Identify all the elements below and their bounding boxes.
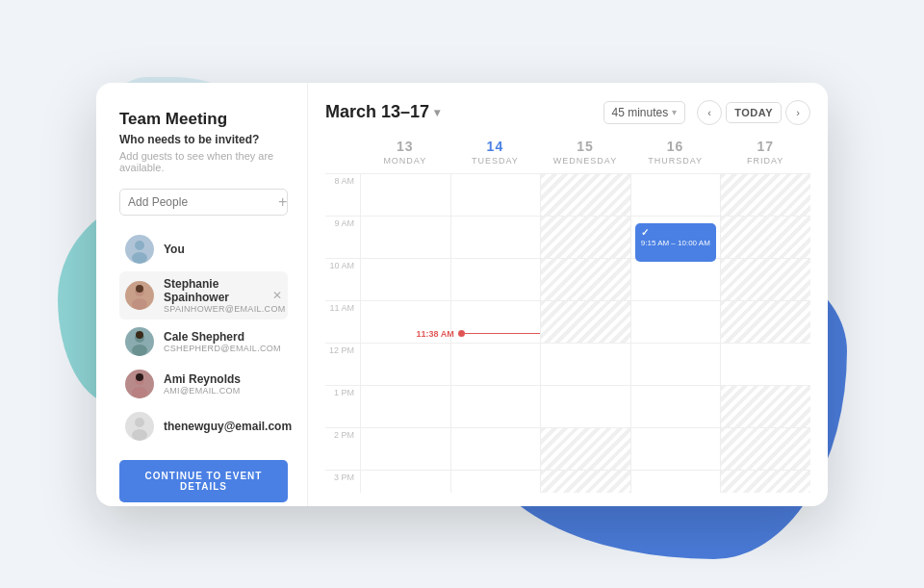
time-gutter: [325, 139, 360, 169]
list-item: thenewguy@email.com: [119, 406, 288, 447]
main-card: Team Meeting Who needs to be invited? Ad…: [96, 83, 828, 506]
day-header-tuesday: 14 TUESDAY: [450, 139, 541, 169]
person-info: You: [164, 243, 185, 256]
avatar: [125, 412, 154, 441]
next-button[interactable]: ›: [785, 100, 810, 125]
day-number: 17: [720, 139, 810, 154]
person-info: Ami Reynolds AMI@EMAIL.COM: [164, 372, 241, 396]
svg-point-0: [135, 241, 144, 250]
chevron-down-icon: ▾: [672, 107, 677, 117]
person-name: Cale Shepherd: [164, 330, 281, 344]
svg-point-7: [136, 331, 143, 339]
day-number: 14: [450, 139, 541, 154]
time-slot: 10 AM: [325, 258, 360, 300]
add-people-input[interactable]: [128, 195, 272, 209]
person-info: Stephanie Spainhower SPAINHOWER@EMAIL.CO…: [164, 277, 285, 314]
list-item: You: [119, 229, 288, 269]
calendar-title-text: March 13–17: [325, 102, 429, 122]
day-column-friday: [720, 173, 810, 493]
time-slot: 2 PM: [325, 427, 360, 470]
invite-hint: Add guests to see when they are availabl…: [119, 150, 288, 173]
calendar-title: March 13–17 ▾: [325, 102, 440, 122]
day-number: 13: [360, 139, 450, 154]
add-people-row[interactable]: +: [119, 189, 288, 216]
time-slot: 12 PM: [325, 343, 360, 385]
left-panel: Team Meeting Who needs to be invited? Ad…: [96, 83, 308, 506]
person-name: thenewguy@email.com: [164, 420, 292, 433]
check-icon: ✓: [641, 227, 711, 238]
day-number: 15: [540, 139, 630, 154]
day-header-thursday: 16 THURSDAY: [630, 139, 721, 169]
continue-button[interactable]: CONTINUE TO EVENT DETAILS: [119, 460, 288, 502]
calendar-nav: ‹ TODAY ›: [697, 100, 810, 125]
avatar: [125, 281, 154, 310]
calendar-header: March 13–17 ▾ 45 minutes ▾ ‹ TODAY ›: [325, 100, 810, 125]
day-header-wednesday: 15 WEDNESDAY: [540, 139, 630, 169]
day-column-tuesday: 11:38 AM: [450, 173, 541, 493]
duration-selector[interactable]: 45 minutes ▾: [603, 101, 686, 124]
remove-person-button[interactable]: ✕: [272, 289, 282, 302]
meeting-title: Team Meeting: [119, 110, 288, 129]
day-name: WEDNESDAY: [553, 156, 617, 166]
svg-point-1: [132, 252, 147, 264]
day-name: THURSDAY: [648, 156, 703, 166]
svg-point-9: [132, 387, 147, 398]
time-column: 8 AM 9 AM 10 AM 11 AM 12 PM 1 PM 2 PM 3 …: [325, 173, 360, 493]
day-header-friday: 17 FRIDAY: [720, 139, 810, 169]
right-panel: March 13–17 ▾ 45 minutes ▾ ‹ TODAY › 13 …: [308, 83, 828, 506]
time-grid: 8 AM 9 AM 10 AM 11 AM 12 PM 1 PM 2 PM 3 …: [325, 173, 810, 493]
day-name: FRIDAY: [747, 156, 783, 166]
time-slot: 11 AM: [325, 300, 360, 343]
person-name: Stephanie Spainhower: [164, 277, 285, 304]
person-email: SPAINHOWER@EMAIL.COM: [164, 304, 285, 314]
event-time: 9:15 AM – 10:00 AM: [641, 239, 711, 247]
svg-point-6: [132, 345, 147, 356]
person-info: Cale Shepherd CSHEPHERD@EMAIL.COM: [164, 330, 281, 353]
day-column-monday: [360, 173, 450, 493]
svg-point-12: [132, 429, 147, 441]
list-item: Ami Reynolds AMI@EMAIL.COM: [119, 364, 288, 404]
person-name: You: [164, 243, 185, 256]
time-slot: 9 AM: [325, 216, 360, 258]
calendar-grid: 13 MONDAY 14 TUESDAY 15 WEDNESDAY 16 THU…: [325, 139, 810, 493]
list-item: Stephanie Spainhower SPAINHOWER@EMAIL.CO…: [119, 271, 288, 320]
avatar: [125, 235, 154, 264]
day-number: 16: [630, 139, 721, 154]
time-slot: 3 PM: [325, 470, 360, 493]
person-email: AMI@EMAIL.COM: [164, 386, 241, 396]
invite-subtitle: Who needs to be invited?: [119, 133, 288, 146]
avatar: [125, 370, 154, 398]
time-slot: 8 AM: [325, 173, 360, 216]
list-item: Cale Shepherd CSHEPHERD@EMAIL.COM: [119, 321, 288, 362]
day-column-thursday: ✓ 9:15 AM – 10:00 AM: [630, 173, 721, 493]
day-name: TUESDAY: [472, 156, 519, 166]
days-header: 13 MONDAY 14 TUESDAY 15 WEDNESDAY 16 THU…: [325, 139, 810, 169]
svg-point-10: [136, 373, 143, 381]
person-name: Ami Reynolds: [164, 372, 241, 386]
today-button[interactable]: TODAY: [726, 102, 782, 123]
day-header-monday: 13 MONDAY: [360, 139, 450, 169]
people-list: You Stephanie Spainhower SPAINHOWER@EMAI…: [119, 229, 288, 447]
svg-point-4: [136, 285, 143, 293]
calendar-event[interactable]: ✓ 9:15 AM – 10:00 AM: [635, 223, 717, 262]
person-info: thenewguy@email.com: [164, 420, 292, 433]
avatar: [125, 327, 154, 356]
person-email: CSHEPHERD@EMAIL.COM: [164, 344, 281, 353]
svg-point-11: [135, 418, 144, 427]
chevron-down-icon: ▾: [434, 106, 440, 119]
duration-label: 45 minutes: [612, 106, 669, 119]
add-person-button[interactable]: +: [278, 194, 287, 210]
svg-point-3: [132, 298, 147, 310]
day-name: MONDAY: [383, 156, 426, 166]
prev-button[interactable]: ‹: [697, 100, 722, 125]
time-slot: 1 PM: [325, 385, 360, 427]
day-column-wednesday: [540, 173, 630, 493]
